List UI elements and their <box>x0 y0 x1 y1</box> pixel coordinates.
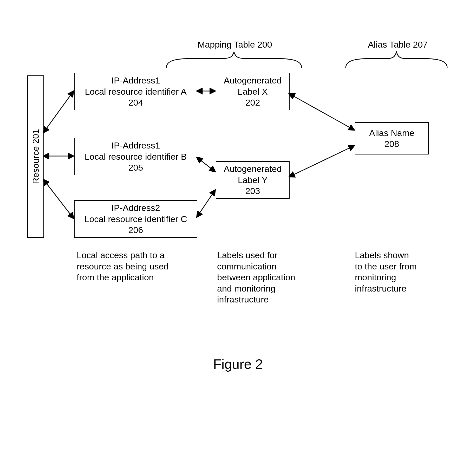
diagram-canvas: Mapping Table 200 Alias Table 207 Resour… <box>0 0 476 452</box>
svg-line-7 <box>289 146 354 177</box>
diagram-arrows <box>0 0 476 452</box>
box-local-b-205: IP-Address1 Local resource identifier B … <box>74 138 197 175</box>
box-autolabel-y-203: Autogenerated Label Y 203 <box>216 161 290 199</box>
caption-local-access: Local access path to a resource as being… <box>77 250 168 283</box>
figure-caption: Figure 2 <box>0 356 476 372</box>
box-local-c-206: IP-Address2 Local resource identifier C … <box>74 200 197 238</box>
caption-labels-communication: Labels used for communication between ap… <box>217 250 295 305</box>
svg-line-6 <box>289 94 354 130</box>
box-alias-name-208: Alias Name 208 <box>355 122 429 154</box>
box-resource-201: Resource 201 <box>27 75 44 238</box>
box-local-a-204: IP-Address1 Local resource identifier A … <box>74 73 197 110</box>
svg-line-0 <box>43 91 74 133</box>
header-alias-table: Alias Table 207 <box>368 39 428 50</box>
resource-label: Resource 201 <box>30 129 41 184</box>
header-mapping-table: Mapping Table 200 <box>198 39 272 50</box>
box-autolabel-x-202: Autogenerated Label X 202 <box>216 73 290 110</box>
svg-line-5 <box>197 190 215 217</box>
svg-line-2 <box>43 179 74 218</box>
svg-line-4 <box>197 157 215 172</box>
caption-labels-shown: Labels shown to the user from monitoring… <box>355 250 417 294</box>
